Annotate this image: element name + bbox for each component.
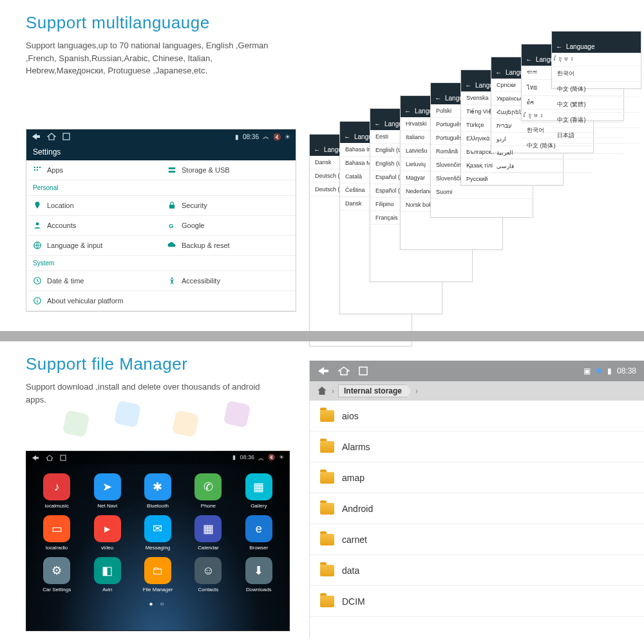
app-icon: 🗀: [144, 557, 171, 584]
app-avin[interactable]: ◧ Avin: [83, 557, 131, 592]
back-icon[interactable]: [317, 366, 329, 375]
language-option[interactable]: 中文 (简体): [552, 82, 641, 97]
app-video[interactable]: ▸ video: [83, 515, 131, 551]
settings-item-location[interactable]: Location: [26, 196, 161, 216]
app-phone[interactable]: ✆ Phone: [184, 473, 232, 509]
app-localmusic[interactable]: ♪ localmusic: [33, 473, 80, 509]
home-icon[interactable]: [316, 385, 328, 397]
language-option[interactable]: 中文 (香港): [552, 113, 641, 128]
back-arrow-icon[interactable]: ←: [526, 56, 532, 63]
app-localradio[interactable]: ▭ localradio: [33, 515, 80, 551]
app-icon: ✆: [194, 473, 222, 500]
language-option[interactable]: 日本語: [552, 128, 641, 144]
folder-row[interactable]: DCIM: [310, 586, 644, 617]
brightness-icon[interactable]: ☀: [285, 133, 290, 140]
lock-icon: [167, 201, 176, 210]
settings-item-access[interactable]: Accessibility: [161, 271, 296, 291]
back-icon[interactable]: [32, 133, 41, 140]
app-browser[interactable]: e Browser: [235, 515, 283, 551]
app-label: Bluetooth: [147, 503, 169, 509]
app-label: Messaging: [146, 545, 171, 551]
language-option[interactable]: Suomi: [431, 185, 533, 199]
language-option[interactable]: فارسی: [491, 160, 593, 173]
crumb-current[interactable]: Internal storage: [338, 384, 412, 397]
settings-item-accounts[interactable]: Accounts: [26, 216, 161, 236]
app-downloads[interactable]: ⬇ Downloads: [235, 557, 283, 592]
language-option[interactable]: Русский: [461, 173, 563, 186]
expand-icon[interactable]: ︽: [263, 132, 269, 141]
folder-icon: [320, 441, 334, 453]
app-icon: ▦: [245, 473, 272, 500]
back-arrow-icon[interactable]: ←: [374, 120, 381, 128]
back-arrow-icon[interactable]: ←: [495, 69, 502, 76]
card-title: Language: [566, 43, 595, 50]
back-arrow-icon[interactable]: ←: [404, 108, 411, 115]
app-icon: ⚙: [43, 557, 70, 584]
svg-rect-7: [169, 171, 176, 173]
back-arrow-icon[interactable]: ←: [465, 82, 471, 89]
svg-point-9: [36, 222, 39, 225]
app-icon: ▭: [43, 515, 70, 542]
language-option[interactable]: ខ្មែរ: [552, 53, 641, 66]
home-icon[interactable]: [47, 133, 56, 140]
apps-icon: [33, 166, 42, 175]
back-arrow-icon[interactable]: ←: [344, 133, 350, 140]
language-option[interactable]: 한국어: [552, 66, 641, 82]
folder-name: DCIM: [342, 596, 365, 607]
app-gallery[interactable]: ▦ Gallery: [235, 473, 283, 509]
folder-row[interactable]: data: [310, 555, 644, 586]
folder-row[interactable]: aios: [310, 401, 644, 431]
app-net-navi[interactable]: ➤ Net Navi: [83, 473, 131, 509]
app-bluetooth[interactable]: ✱ Bluetooth: [134, 473, 182, 509]
folder-row[interactable]: carnet: [310, 524, 644, 555]
info-icon: [33, 296, 42, 305]
app-label: Car Settings: [43, 587, 71, 592]
settings-item-google[interactable]: GGoogle: [161, 216, 296, 236]
back-icon[interactable]: [32, 455, 39, 461]
home-icon[interactable]: [338, 366, 350, 375]
language-option[interactable]: 中文 (繁體): [552, 97, 641, 113]
status-time: 08:36: [240, 454, 254, 462]
volume-icon[interactable]: 🔇: [268, 454, 275, 462]
app-car-settings[interactable]: ⚙ Car Settings: [33, 557, 80, 592]
brightness-icon[interactable]: ☀: [279, 454, 284, 462]
svg-point-4: [34, 169, 35, 171]
folder-name: Alarms: [342, 442, 370, 452]
volume-icon[interactable]: 🔇: [273, 133, 281, 140]
home-icon[interactable]: [46, 455, 53, 461]
signal-icon: ▮: [607, 366, 612, 375]
expand-icon[interactable]: ︽: [258, 454, 264, 462]
folder-row[interactable]: amap: [310, 462, 644, 493]
app-calendar[interactable]: ▦ Calendar: [184, 515, 232, 551]
storage-icon: [167, 166, 176, 175]
settings-header: Settings: [26, 144, 296, 160]
app-label: Gallery: [251, 503, 267, 509]
app-contacts[interactable]: ☺ Contacts: [184, 557, 232, 592]
folder-row[interactable]: Alarms: [310, 431, 644, 462]
settings-item-security[interactable]: Security: [161, 196, 296, 216]
settings-screenshot: ▮ 08:36 ︽ 🔇 ☀ Settings Apps Storage & US…: [26, 129, 296, 312]
breadcrumb[interactable]: › Internal storage ›: [310, 381, 644, 401]
settings-item-language[interactable]: Language & input: [26, 236, 161, 256]
recents-icon[interactable]: [359, 366, 368, 375]
app-label: File Manager: [143, 587, 173, 592]
svg-point-13: [171, 278, 173, 279]
settings-item-apps[interactable]: Apps: [26, 160, 161, 180]
app-messaging[interactable]: ✉ Messaging: [134, 515, 182, 551]
back-arrow-icon[interactable]: ←: [556, 43, 562, 50]
page-indicator[interactable]: ● ○: [26, 598, 289, 610]
settings-item-backup[interactable]: Backup & reset: [161, 236, 296, 256]
svg-point-2: [37, 167, 38, 168]
folder-row[interactable]: Android: [310, 493, 644, 524]
status-time: 08:38: [617, 366, 636, 375]
settings-item-storage[interactable]: Storage & USB: [161, 160, 296, 180]
back-arrow-icon[interactable]: ←: [435, 95, 441, 102]
settings-item-about[interactable]: About vehicular platform: [26, 291, 296, 311]
settings-item-date[interactable]: Date & time: [26, 271, 161, 291]
recents-icon[interactable]: [60, 455, 66, 461]
globe-icon: [33, 241, 42, 250]
app-file-manager[interactable]: 🗀 File Manager: [134, 557, 182, 592]
app-icon: ▸: [94, 515, 121, 542]
back-arrow-icon[interactable]: ←: [314, 146, 320, 153]
recents-icon[interactable]: [62, 133, 70, 140]
